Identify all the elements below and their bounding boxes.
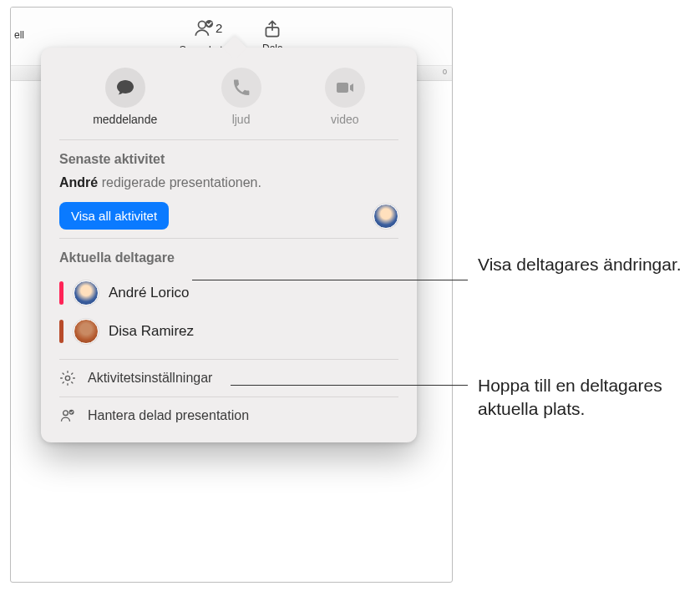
- video-icon: [335, 78, 355, 98]
- recent-activity-title: Senaste aktivitet: [59, 152, 398, 167]
- participant-name: André Lorico: [109, 285, 189, 301]
- message-icon: [115, 78, 135, 98]
- toolbar-left-stub: ell: [11, 29, 24, 41]
- gear-sparkle-icon: [59, 370, 76, 386]
- current-participants-title: Aktuella deltagare: [59, 250, 398, 265]
- svg-point-4: [63, 411, 68, 416]
- callout-line: [192, 280, 468, 280]
- phone-icon: [231, 78, 251, 98]
- message-button[interactable]: meddelande: [93, 68, 157, 126]
- recent-activity-entry: André redigerade presentationen.: [59, 175, 398, 190]
- cursor-indicator: [59, 281, 63, 305]
- audio-label: ljud: [232, 113, 251, 126]
- recent-activity-section: Senaste aktivitet André redigerade prese…: [41, 140, 417, 238]
- manage-shared-label: Hantera delad presentation: [88, 408, 249, 423]
- video-button[interactable]: video: [325, 68, 365, 126]
- message-label: meddelande: [93, 113, 157, 126]
- activity-settings-label: Aktivitetsinställningar: [88, 371, 212, 386]
- callout-show-changes: Visa deltagares ändringar.: [478, 253, 682, 276]
- callout-line: [231, 385, 468, 386]
- communication-row: meddelande ljud video: [41, 63, 417, 139]
- audio-button[interactable]: ljud: [221, 68, 261, 126]
- ruler-mark: 0: [443, 68, 447, 76]
- video-label: video: [331, 113, 358, 126]
- svg-point-0: [198, 21, 205, 28]
- callout-jump-to-participant: Hoppa till en deltagares aktuella plats.: [478, 374, 700, 422]
- collaboration-popover: meddelande ljud video Senaste aktivitet …: [41, 48, 417, 442]
- participant-avatar: [74, 280, 99, 306]
- activity-action: redigerade presentationen.: [102, 175, 261, 189]
- activity-actor: André: [59, 175, 98, 189]
- collaborate-count: 2: [216, 21, 222, 35]
- manage-shared-button[interactable]: Hantera delad presentation: [41, 397, 417, 434]
- participant-name: Disa Ramirez: [109, 323, 194, 340]
- show-all-activity-button[interactable]: Visa all aktivitet: [59, 202, 169, 230]
- current-participants-section: Aktuella deltagare André Lorico Disa Ram…: [41, 239, 417, 359]
- activity-settings-button[interactable]: Aktivitetsinställningar: [41, 360, 417, 397]
- activity-avatar: [373, 204, 398, 229]
- app-window: ell 2 Samarbete Dela 0: [10, 7, 453, 583]
- svg-point-3: [65, 376, 69, 380]
- share-icon: [261, 18, 283, 40]
- participant-row[interactable]: Disa Ramirez: [59, 312, 398, 351]
- cursor-indicator: [59, 320, 63, 343]
- participant-avatar: [74, 319, 99, 344]
- manage-shared-icon: [59, 407, 76, 424]
- collaborate-icon: [193, 18, 215, 39]
